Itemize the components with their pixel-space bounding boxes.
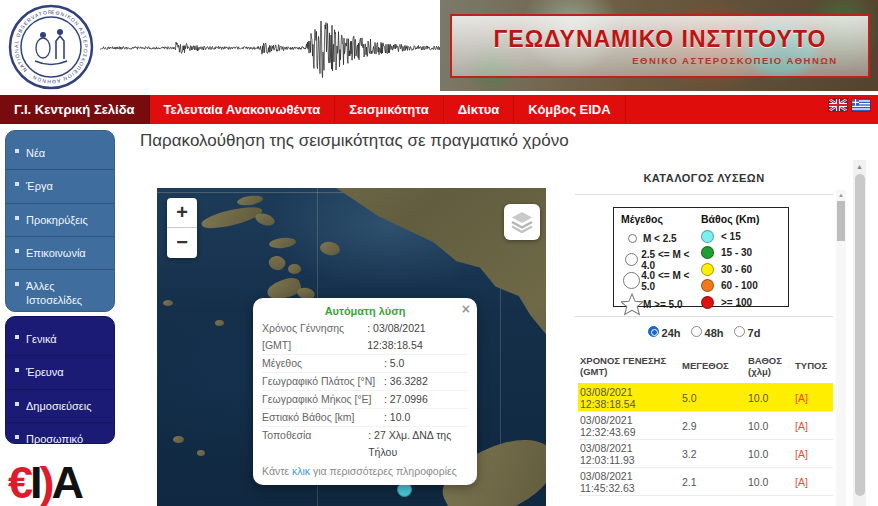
popup-label: Εστιακό Βάθος [km] bbox=[262, 409, 384, 426]
sidebar-item-research[interactable]: Έρευνα bbox=[6, 356, 114, 389]
depth-dot-yellow bbox=[701, 263, 714, 276]
cell-magnitude: 5.0 bbox=[682, 392, 748, 404]
page: ΕΘΝΙΚΟΝ ΑΣΤΕΡΟΣΚΟΠΕΙΟΝ ΑΘΗΝΩΝ · NATIONAL… bbox=[0, 0, 878, 506]
popup-row-latitude: Γεωγραφικό Πλάτος [°N]36.3282 bbox=[262, 373, 468, 391]
panel-title: ΚΑΤΑΛΟΓΟΣ ΛΥΣΕΩΝ bbox=[575, 160, 833, 184]
popup-row-location: Τοποθεσία27 Χλμ. ΔΝΔ της Τήλου bbox=[262, 427, 468, 461]
sidebar-item-label: Προσωπικό bbox=[26, 433, 83, 445]
magnitude-circle-small bbox=[628, 234, 637, 243]
sidebar-item-other-sites[interactable]: Άλλες Ιστοσελίδες bbox=[6, 270, 114, 317]
popup-label: Τοποθεσία bbox=[262, 427, 368, 461]
scroll-up-icon[interactable]: ▲ bbox=[836, 190, 846, 200]
seismicity-map[interactable]: + − × Αυτόματη λύση Χρόνος Γέννησης [GMT… bbox=[157, 188, 546, 506]
legend-label: 15 - 30 bbox=[721, 247, 752, 258]
eida-letter: I bbox=[30, 457, 40, 506]
legend-label: 4.0 <= M < 5.0 bbox=[641, 270, 701, 292]
eida-letter: A bbox=[52, 457, 82, 506]
nav-item-home[interactable]: Γ.Ι. Κεντρική Σελίδα bbox=[0, 95, 150, 124]
popup-value: 5.0 bbox=[384, 355, 404, 372]
language-switcher bbox=[829, 99, 870, 111]
radio-7d[interactable] bbox=[734, 326, 745, 337]
panel-scrollbar-thumb[interactable] bbox=[855, 174, 865, 496]
zoom-out-button[interactable]: − bbox=[167, 228, 197, 258]
table-scrollbar-thumb[interactable] bbox=[837, 201, 845, 241]
legend-label: 60 - 100 bbox=[721, 280, 758, 291]
bullet-icon bbox=[15, 435, 19, 439]
scroll-up-icon[interactable]: ▲ bbox=[853, 160, 866, 173]
table-scrollbar[interactable]: ▲ bbox=[836, 190, 846, 506]
time-filter-group: 24h 48h 7d bbox=[575, 326, 833, 339]
cell-time: 03/08/2021 12:03:11.93 bbox=[578, 442, 682, 466]
legend-label: M < 2.5 bbox=[643, 233, 677, 244]
filter-label: 7d bbox=[748, 327, 761, 339]
sidebar-item-general[interactable]: Γενικά bbox=[6, 323, 114, 356]
sidebar-item-label: Έρευνα bbox=[26, 366, 64, 378]
radio-48h[interactable] bbox=[691, 326, 702, 337]
nav-item-seismicity[interactable]: Σεισμικότητα bbox=[335, 95, 444, 124]
bullet-icon bbox=[15, 368, 19, 372]
more-info-link[interactable]: κλικ bbox=[292, 465, 310, 477]
filter-label: 48h bbox=[705, 327, 724, 339]
sidebar-item-contact[interactable]: Επικοινωνία bbox=[6, 237, 114, 270]
popup-label: Χρόνος Γέννησης [GMT] bbox=[262, 320, 367, 354]
depth-dot-green bbox=[701, 246, 714, 259]
greece-flag-icon[interactable] bbox=[852, 99, 870, 111]
depth-dot-red bbox=[701, 296, 714, 309]
cell-type: [A] bbox=[795, 420, 833, 432]
cell-time: 03/08/2021 12:38:18.54 bbox=[578, 386, 682, 410]
table-row[interactable]: 03/08/2021 12:38:18.54 5.0 10.0 [A] bbox=[578, 384, 833, 412]
legend-label: >= 100 bbox=[721, 297, 752, 308]
nav-item-networks[interactable]: Δίκτυα bbox=[444, 95, 515, 124]
magnitude-star-icon bbox=[621, 293, 643, 316]
radio-24h[interactable] bbox=[648, 326, 659, 337]
sidebar-item-news[interactable]: Νέα bbox=[6, 137, 114, 170]
layers-icon bbox=[510, 211, 534, 233]
sidebar-item-label: Γενικά bbox=[26, 333, 57, 345]
uk-flag-icon[interactable] bbox=[829, 99, 847, 111]
map-island bbox=[319, 240, 341, 256]
institute-banner: ΓΕΩΔΥΝΑΜΙΚΟ ΙΝΣΤΙΤΟΥΤΟ ΕΘΝΙΚΟ ΑΣΤΕΡΟΣΚΟΠ… bbox=[440, 0, 878, 91]
eida-logo[interactable]: €I)A bbox=[8, 460, 81, 505]
bullet-icon bbox=[15, 216, 19, 220]
seismogram-waveform bbox=[100, 8, 445, 88]
cell-depth: 10.0 bbox=[748, 420, 795, 432]
sidebar-item-projects[interactable]: Έργα bbox=[6, 170, 114, 203]
header-type: ΤΥΠΟΣ bbox=[795, 361, 833, 372]
map-layers-button[interactable] bbox=[504, 204, 540, 240]
divider bbox=[575, 316, 833, 317]
popup-value: 27.0996 bbox=[384, 391, 428, 408]
legend-row: 4.0 <= M < 5.0 bbox=[621, 270, 701, 291]
popup-value: 10.0 bbox=[384, 409, 410, 426]
banner-title-box: ΓΕΩΔΥΝΑΜΙΚΟ ΙΝΣΤΙΤΟΥΤΟ ΕΘΝΙΚΟ ΑΣΤΕΡΟΣΚΟΠ… bbox=[450, 14, 870, 78]
sidebar-item-calls[interactable]: Προκηρύξεις bbox=[6, 204, 114, 237]
sidebar-item-label: Έργα bbox=[26, 180, 53, 192]
filter-24h[interactable]: 24h bbox=[648, 326, 681, 339]
legend-magnitude-column: Μέγεθος M < 2.5 2.5 <= M < 4.0 4.0 <= M … bbox=[621, 213, 701, 301]
table-row[interactable]: 03/08/2021 12:32:43.69 2.9 10.0 [A] bbox=[578, 412, 833, 440]
solutions-panel: ΚΑΤΑΛΟΓΟΣ ΛΥΣΕΩΝ Μέγεθος M < 2.5 2.5 <= … bbox=[575, 160, 833, 506]
cell-time: 03/08/2021 12:32:43.69 bbox=[578, 414, 682, 438]
popup-close-icon[interactable]: × bbox=[462, 301, 470, 317]
zoom-in-button[interactable]: + bbox=[167, 198, 197, 228]
filter-label: 24h bbox=[662, 327, 681, 339]
map-island bbox=[269, 237, 297, 250]
sidebar-item-label: Δημοσιεύσεις bbox=[26, 400, 92, 412]
filter-48h[interactable]: 48h bbox=[691, 326, 724, 339]
sidebar-item-publications[interactable]: Δημοσιεύσεις bbox=[6, 390, 114, 423]
map-zoom-control: + − bbox=[167, 198, 197, 258]
bullet-icon bbox=[15, 149, 19, 153]
cell-depth: 10.0 bbox=[748, 392, 795, 404]
panel-scrollbar[interactable]: ▲ bbox=[853, 160, 866, 506]
nav-item-eida-node[interactable]: Κόμβος EIDA bbox=[514, 95, 625, 124]
cell-magnitude: 2.1 bbox=[682, 476, 748, 488]
nav-item-announcements[interactable]: Τελευταία Ανακοινωθέντα bbox=[150, 95, 336, 124]
popup-row-longitude: Γεωγραφικό Μήκος [°E]27.0996 bbox=[262, 391, 468, 409]
table-row[interactable]: 03/08/2021 11:45:32.63 2.1 10.0 [A] bbox=[578, 468, 833, 496]
sidebar-group-institute: Γενικά Έρευνα Δημοσιεύσεις Προσωπικό bbox=[5, 316, 115, 444]
sidebar-item-personnel[interactable]: Προσωπικό bbox=[6, 423, 114, 455]
popup-row-origin-time: Χρόνος Γέννησης [GMT]03/08/2021 12:38:18… bbox=[262, 320, 468, 355]
legend-row: M >= 5.0 bbox=[621, 291, 701, 317]
map-island bbox=[267, 253, 288, 273]
table-row[interactable]: 03/08/2021 12:03:11.93 3.2 10.0 [A] bbox=[578, 440, 833, 468]
filter-7d[interactable]: 7d bbox=[734, 326, 761, 339]
